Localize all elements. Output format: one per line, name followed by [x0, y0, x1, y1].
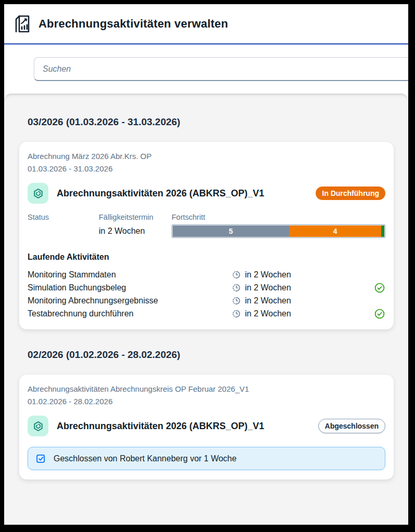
activity-name: Monitoring Abrechnungsergebnisse — [28, 296, 231, 305]
activity-name: Monitoring Stammdaten — [28, 270, 231, 280]
activity-due: in 2 Wochen — [231, 309, 372, 318]
progress-segment — [381, 225, 384, 237]
kpi-grid: Status Fälligkeitstermin Fortschritt in … — [28, 213, 385, 238]
activities-header: Laufende Aktivitäten — [28, 252, 385, 262]
activity-row: Monitoring Abrechnungsergebnisse in 2 Wo… — [28, 294, 385, 307]
search-input[interactable] — [34, 57, 408, 81]
due-clock-icon — [231, 309, 241, 318]
progress-segment: 5 — [173, 225, 289, 237]
closed-info-text: Geschlossen von Robert Kanneberg vor 1 W… — [54, 454, 237, 463]
activity-done-icon — [374, 282, 385, 294]
process-hexagon-icon — [28, 416, 48, 436]
completed-checkbox-icon — [35, 453, 46, 464]
closed-info-banner: Geschlossen von Robert Kanneberg vor 1 W… — [28, 447, 385, 470]
card-subtitle: Abrechnung März 2026 Abr.Krs. OP — [28, 150, 385, 163]
activity-row: Testabrechnung durchführen in 2 Wochen — [28, 307, 385, 320]
progress-bar: 54 — [172, 224, 385, 238]
due-clock-icon — [231, 270, 241, 280]
payroll-document-chart-icon — [12, 13, 34, 35]
status-badge: In Durchführung — [316, 187, 385, 200]
due-label: Fälligkeitstermin — [99, 213, 172, 221]
activity-due: in 2 Wochen — [231, 270, 372, 280]
activity-due: in 2 Wochen — [231, 296, 372, 305]
card-title-row: Abrechnungsaktivitäten 2026 (ABKRS_OP)_V… — [28, 416, 385, 436]
due-value: in 2 Wochen — [99, 227, 172, 236]
activity-row: Monitoring Stammdaten in 2 Wochen — [28, 268, 385, 281]
period-header-02-2026: 02/2026 (01.02.2026 - 28.02.2026) — [28, 349, 394, 361]
progress-segment: 4 — [289, 225, 381, 237]
activity-name: Simulation Buchungsbeleg — [28, 283, 231, 292]
card-title: Abrechnungsaktivitäten 2026 (ABKRS_OP)_V… — [57, 188, 264, 199]
activity-done-icon — [374, 308, 385, 320]
progress-label: Fortschritt — [172, 213, 385, 221]
due-clock-icon — [231, 296, 241, 305]
card-subtitle: Abrechnungsaktivitäten Abrechnungskreis … — [28, 383, 385, 395]
status-label: Status — [28, 213, 99, 221]
payroll-card-march[interactable]: Abrechnung März 2026 Abr.Krs. OP 01.03.2… — [19, 142, 394, 329]
app-header: Abrechnungsaktivitäten verwalten — [4, 4, 408, 45]
card-title: Abrechnungsaktivitäten 2026 (ABKRS_OP)_V… — [57, 421, 264, 432]
activity-due: in 2 Wochen — [231, 283, 372, 292]
page-title: Abrechnungsaktivitäten verwalten — [38, 17, 228, 31]
activity-name: Testabrechnung durchführen — [28, 309, 231, 318]
period-header-03-2026: 03/2026 (01.03.2026 - 31.03.2026) — [28, 116, 394, 128]
activity-row: Simulation Buchungsbeleg in 2 Wochen — [28, 281, 385, 294]
activities-list: Monitoring Stammdaten in 2 Wochen — [28, 268, 385, 320]
search-section — [4, 45, 408, 94]
due-clock-icon — [231, 283, 241, 292]
period-list: 03/2026 (01.03.2026 - 31.03.2026) Abrech… — [4, 94, 408, 525]
payroll-card-february[interactable]: Abrechnungsaktivitäten Abrechnungskreis … — [19, 375, 394, 480]
card-date-range: 01.03.2026 - 31.03.2026 — [28, 163, 385, 175]
app-window: Abrechnungsaktivitäten verwalten 03/2026… — [4, 4, 408, 525]
card-date-range: 01.02.2026 - 28.02.2026 — [28, 395, 385, 408]
status-badge: Abgeschlossen — [318, 419, 385, 433]
card-title-row: Abrechnungsaktivitäten 2026 (ABKRS_OP)_V… — [28, 183, 385, 204]
process-hexagon-icon — [28, 183, 48, 204]
